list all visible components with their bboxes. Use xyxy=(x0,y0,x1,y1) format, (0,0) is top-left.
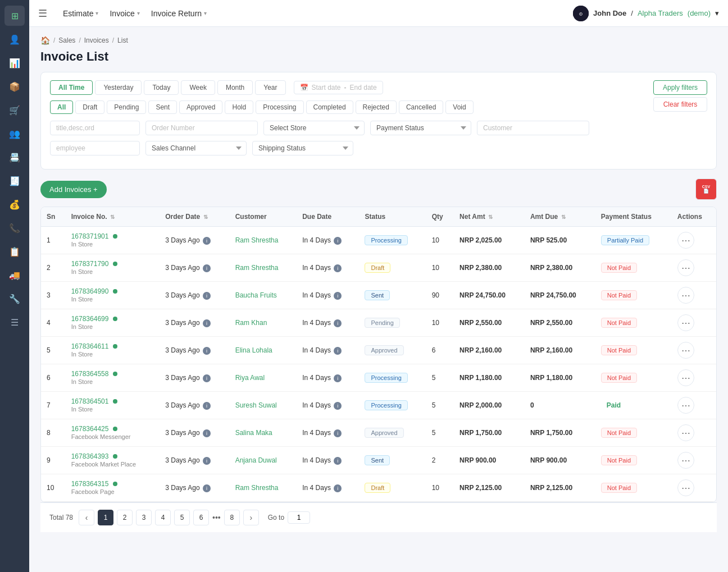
tab-month[interactable]: Month xyxy=(217,80,253,95)
order-date-info-icon[interactable]: i xyxy=(203,484,211,492)
prev-page-button[interactable]: ‹ xyxy=(79,510,94,525)
status-tab-pending[interactable]: Pending xyxy=(107,100,146,114)
order-date-info-icon[interactable]: i xyxy=(203,374,211,382)
sidebar-icon-truck[interactable]: 🚚 xyxy=(4,265,25,285)
sidebar-icon-box[interactable]: 📦 xyxy=(4,76,25,97)
customer-link[interactable]: Baucha Fruits xyxy=(235,291,277,299)
sidebar-icon-phone[interactable]: 📞 xyxy=(4,218,25,238)
row-actions-button[interactable]: ⋯ xyxy=(677,452,694,469)
due-date-info-icon[interactable]: i xyxy=(334,292,342,300)
order-date-info-icon[interactable]: i xyxy=(203,319,211,327)
invoice-link[interactable]: 1678364558 xyxy=(71,370,109,378)
customer-link[interactable]: Suresh Suwal xyxy=(235,401,277,409)
customer-link[interactable]: Elina Lohala xyxy=(235,346,272,354)
row-actions-button[interactable]: ⋯ xyxy=(677,424,694,441)
customer-link[interactable]: Ram Khan xyxy=(235,319,267,327)
row-actions-button[interactable]: ⋯ xyxy=(677,287,694,304)
due-date-info-icon[interactable]: i xyxy=(334,237,342,245)
sidebar-icon-report[interactable]: 📋 xyxy=(4,241,25,262)
employee-input[interactable] xyxy=(50,141,140,155)
nav-estimate[interactable]: Estimate ▾ xyxy=(63,9,98,18)
order-date-info-icon[interactable]: i xyxy=(203,264,211,272)
due-date-info-icon[interactable]: i xyxy=(334,347,342,355)
page-btn-4[interactable]: 4 xyxy=(155,510,171,525)
order-date-info-icon[interactable]: i xyxy=(203,292,211,300)
nav-invoice-return[interactable]: Invoice Return ▾ xyxy=(151,9,207,18)
search-input[interactable] xyxy=(50,121,140,135)
row-actions-button[interactable]: ⋯ xyxy=(677,314,694,331)
due-date-info-icon[interactable]: i xyxy=(334,374,342,382)
sidebar-icon-payroll[interactable]: 💰 xyxy=(4,194,25,214)
col-amt-due[interactable]: Amt Due ⇅ xyxy=(525,207,595,227)
page-btn-6[interactable]: 6 xyxy=(193,510,209,525)
status-tab-draft[interactable]: Draft xyxy=(75,100,104,114)
date-range-picker[interactable]: 📅 Start date - End date xyxy=(294,81,383,94)
sidebar-icon-people[interactable]: 👥 xyxy=(4,123,25,144)
page-btn-3[interactable]: 3 xyxy=(136,510,152,525)
invoice-link[interactable]: 1678364611 xyxy=(71,342,109,350)
page-btn-1[interactable]: 1 xyxy=(98,510,113,525)
invoice-link[interactable]: 1678371901 xyxy=(71,232,109,240)
customer-link[interactable]: Anjana Duwal xyxy=(235,456,277,464)
due-date-info-icon[interactable]: i xyxy=(334,429,342,437)
due-date-info-icon[interactable]: i xyxy=(334,264,342,272)
shipping-status-select[interactable]: Shipping Status xyxy=(252,141,353,155)
due-date-info-icon[interactable]: i xyxy=(334,457,342,465)
sidebar-icon-list[interactable]: ☰ xyxy=(4,312,25,332)
status-tab-hold[interactable]: Hold xyxy=(225,100,253,114)
add-invoices-button[interactable]: Add Invoices + xyxy=(40,181,107,198)
customer-link[interactable]: Salina Maka xyxy=(235,429,272,437)
due-date-info-icon[interactable]: i xyxy=(334,484,342,492)
sidebar-icon-users[interactable]: 👤 xyxy=(4,29,25,49)
apply-filters-button[interactable]: Apply filters xyxy=(653,80,707,95)
breadcrumb-sales[interactable]: Sales xyxy=(58,36,75,44)
store-select[interactable]: Select Store xyxy=(263,121,365,135)
row-actions-button[interactable]: ⋯ xyxy=(677,479,694,496)
tab-today[interactable]: Today xyxy=(144,80,179,95)
row-actions-button[interactable]: ⋯ xyxy=(677,232,694,249)
status-tab-sent[interactable]: Sent xyxy=(148,100,177,114)
page-btn-8[interactable]: 8 xyxy=(224,510,240,525)
invoice-link[interactable]: 1678364393 xyxy=(71,452,109,460)
breadcrumb-home-icon[interactable]: 🏠 xyxy=(40,36,50,45)
hamburger-icon[interactable]: ☰ xyxy=(38,7,47,20)
goto-input[interactable] xyxy=(288,511,310,524)
col-invoice-no[interactable]: Invoice No. ⇅ xyxy=(66,207,160,227)
sales-channel-select[interactable]: Sales Channel xyxy=(145,141,247,155)
row-actions-button[interactable]: ⋯ xyxy=(677,259,694,276)
due-date-info-icon[interactable]: i xyxy=(334,319,342,327)
col-order-date[interactable]: Order Date ⇅ xyxy=(160,207,229,227)
page-btn-2[interactable]: 2 xyxy=(117,510,133,525)
row-actions-button[interactable]: ⋯ xyxy=(677,397,694,414)
sidebar-icon-chart[interactable]: 📊 xyxy=(4,53,25,73)
order-number-input[interactable] xyxy=(145,121,258,135)
breadcrumb-invoices[interactable]: Invoices xyxy=(84,36,109,44)
customer-link[interactable]: Ram Shrestha xyxy=(235,484,279,492)
next-page-button[interactable]: › xyxy=(243,510,259,525)
nav-invoice[interactable]: Invoice ▾ xyxy=(110,9,139,18)
tab-all-time[interactable]: All Time xyxy=(50,80,93,95)
sidebar-icon-cart[interactable]: 🛒 xyxy=(4,100,25,120)
row-actions-button[interactable]: ⋯ xyxy=(677,369,694,386)
invoice-link[interactable]: 1678371790 xyxy=(71,260,109,268)
row-actions-button[interactable]: ⋯ xyxy=(677,342,694,359)
tab-week[interactable]: Week xyxy=(181,80,215,95)
customer-link[interactable]: Ram Shrestha xyxy=(235,236,279,244)
page-btn-5[interactable]: 5 xyxy=(174,510,190,525)
status-tab-all[interactable]: All xyxy=(50,100,73,114)
invoice-link[interactable]: 1678364315 xyxy=(71,480,109,488)
status-tab-cancelled[interactable]: Cancelled xyxy=(399,100,443,114)
sidebar-icon-contact[interactable]: 📇 xyxy=(4,147,25,167)
col-net-amt[interactable]: Net Amt ⇅ xyxy=(454,207,525,227)
order-date-info-icon[interactable]: i xyxy=(203,347,211,355)
invoice-link[interactable]: 1678364990 xyxy=(71,287,109,295)
status-tab-rejected[interactable]: Rejected xyxy=(356,100,397,114)
sidebar-icon-settings[interactable]: 🔧 xyxy=(4,289,25,309)
order-date-info-icon[interactable]: i xyxy=(203,402,211,410)
sidebar-icon-invoice[interactable]: 🧾 xyxy=(4,171,25,191)
customer-link[interactable]: Ram Shrestha xyxy=(235,264,279,272)
order-date-info-icon[interactable]: i xyxy=(203,237,211,245)
user-menu[interactable]: ⊙ John Doe / Alpha Traders (demo) ▾ xyxy=(573,6,719,21)
status-tab-completed[interactable]: Completed xyxy=(306,100,353,114)
clear-filters-button[interactable]: Clear filters xyxy=(653,97,707,112)
